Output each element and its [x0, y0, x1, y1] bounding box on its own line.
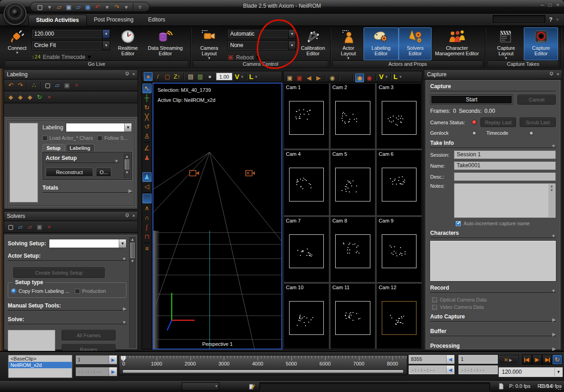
collapse-icon[interactable]: ▼ [551, 288, 556, 293]
characters-list[interactable] [430, 241, 556, 281]
go-to-end-button[interactable]: ▶ [542, 355, 552, 365]
lamp-tool-icon[interactable] [142, 194, 152, 203]
auto-increment-checkbox[interactable] [456, 221, 461, 226]
close-button[interactable]: × [556, 2, 559, 8]
description-input[interactable] [454, 172, 556, 181]
color-pages-icon[interactable]: ▥ [196, 72, 205, 81]
label-forward-icon[interactable]: ↷ [16, 81, 25, 90]
search-input[interactable] [493, 15, 545, 23]
current-timecode-field[interactable]: -:-:-:-- [459, 366, 498, 374]
s-curve-tool-icon[interactable]: ∫ [142, 222, 152, 232]
joint-tool-icon[interactable]: ∠ [142, 143, 152, 153]
peak-curve-tool-icon[interactable]: ∧ [142, 203, 152, 213]
camera-view-2[interactable]: Cam 2 [330, 83, 376, 149]
open-solver-icon[interactable]: ▱ [16, 222, 25, 231]
collapse-icon[interactable]: ▼ [122, 320, 127, 325]
labeling-editor-button[interactable]: Labeling Editor [364, 27, 399, 60]
clip-item[interactable]: NeilROM_x2d [9, 362, 72, 368]
character-management-editor-button[interactable]: Character Management Editor [432, 27, 482, 60]
spin-right-icon[interactable]: ▶ [109, 367, 117, 376]
labeling-setup-combo[interactable]: ▼ [66, 123, 132, 132]
cancel-capture-button[interactable]: Cancel [517, 95, 556, 105]
ribbon-collapse-icon[interactable]: ▿ [556, 17, 559, 22]
actor-group-tool-icon[interactable]: ♟ [142, 172, 152, 182]
play-button[interactable]: ▶ [532, 355, 542, 365]
data-streaming-editor-button[interactable]: Data Streaming Editor [143, 27, 188, 60]
tab-setup[interactable]: Setup [42, 144, 65, 152]
pin-icon[interactable] [549, 72, 553, 76]
options-button[interactable]: O... [96, 167, 111, 177]
fit-combo[interactable]: Circle Fit ▾ [32, 41, 110, 50]
resize-grip[interactable] [558, 386, 562, 390]
close-panel-icon[interactable]: × [132, 213, 135, 218]
camera-mode-combo[interactable]: Automatic ▾ [227, 29, 296, 39]
camera-layout-button[interactable]: Camera Layout ▾ [194, 27, 225, 60]
bone-tool-icon[interactable]: / [153, 72, 162, 81]
timecode-field[interactable]: -:-:-:-- ▶ [75, 367, 117, 376]
camera-view-7[interactable]: Cam 7 [284, 217, 329, 282]
camera-next-icon[interactable]: ▶ [314, 74, 323, 82]
spin-left-icon[interactable]: ◀ [446, 366, 454, 374]
create-solving-setup-button[interactable]: Create Solving Setup [13, 267, 105, 278]
optical-camera-data-checkbox[interactable] [432, 297, 437, 302]
connect-button[interactable]: Connect ▾ [5, 27, 29, 60]
camera-secondary-combo[interactable]: None ▾ [227, 41, 296, 50]
rate-dropdown-icon[interactable]: ▼ [554, 368, 562, 376]
step-curve-tool-icon[interactable]: ⊓ [142, 232, 152, 242]
production-checkbox[interactable] [75, 289, 80, 294]
loop-button[interactable]: ↻ [552, 355, 562, 365]
delete-solver-icon[interactable]: × [45, 222, 53, 231]
status-dropdown[interactable] [182, 382, 219, 391]
prism-tool-icon[interactable]: ◁ [142, 182, 152, 191]
camera-view-10[interactable]: Cam 10 [284, 283, 329, 349]
open-remove-solver-icon[interactable]: ▱ [26, 222, 34, 231]
labeling-setup-dropdown-icon[interactable]: ▼ [124, 123, 132, 132]
pin-view-icon[interactable]: ◉ [328, 74, 337, 82]
tab-editors[interactable]: Editors [141, 15, 172, 26]
actor-setup-scrollbar[interactable]: ▲▼ [124, 154, 130, 178]
marker-cloud-icon[interactable]: ∴ [30, 81, 38, 90]
view-mode-button[interactable]: V▾ [235, 73, 243, 80]
solving-setup-dropdown-icon[interactable]: ▼ [119, 239, 126, 248]
open-setup-icon[interactable]: ▱ [53, 81, 62, 90]
solving-setup-combo[interactable]: ▼ [49, 239, 127, 248]
channel-list-tool-icon[interactable]: ≡ [142, 244, 152, 254]
help-button[interactable]: ? [549, 16, 553, 23]
realtime-editor-button[interactable]: Realtime Editor [113, 27, 143, 60]
go-to-start-button[interactable]: ◀ [522, 355, 532, 365]
selection-box-icon[interactable]: ▢ [163, 72, 172, 81]
collapse-icon[interactable]: ▼ [122, 256, 127, 261]
camera-prev-icon[interactable]: ◀ [305, 74, 313, 82]
close-panel-icon[interactable]: × [132, 71, 135, 77]
frame-number-field[interactable]: 1 ▶ [75, 355, 117, 365]
camera-view-3[interactable]: Cam 3 [376, 83, 422, 149]
pin-icon[interactable] [125, 72, 129, 76]
tab-studio-activities[interactable]: Studio Activities [28, 15, 87, 26]
video-camera-data-checkbox[interactable] [432, 305, 437, 310]
camera-red-icon[interactable]: ▣ [295, 74, 304, 82]
end-timecode-field[interactable]: -:-:-:-- ◀ [409, 366, 454, 374]
clip-list[interactable]: <BaseClip>NeilROM_x2d [8, 355, 72, 378]
camera-view-mode-button[interactable]: V▾ [379, 73, 388, 80]
sphere-shading-icon[interactable]: ● [206, 72, 214, 81]
new-solver-icon[interactable]: ▢ [6, 222, 15, 231]
pin-icon[interactable] [125, 213, 129, 218]
marker-red-view-icon[interactable]: ◉ [365, 74, 374, 82]
timeline-ruler[interactable]: 010002000300040005000600070008000 [119, 355, 407, 375]
collapse-icon[interactable]: ▼ [551, 143, 556, 148]
camera-view-9[interactable]: Cam 9 [376, 217, 422, 282]
relabel-icon[interactable]: ↻ [35, 93, 44, 101]
take-name-input[interactable]: Take0001 [454, 161, 556, 170]
solvers-editor-button[interactable]: Solvers Editor [399, 27, 432, 60]
tab-labeling[interactable]: Labeling [66, 144, 95, 152]
scene-camera-icon[interactable] [245, 169, 256, 177]
actor-layout-button[interactable]: Actor Layout ▾ [333, 27, 364, 60]
expand-icon[interactable]: ▶ [552, 317, 556, 322]
camera-mode-dropdown-icon[interactable]: ▾ [288, 30, 295, 38]
notes-scrollbar[interactable]: ▲▼ [548, 184, 555, 217]
actor-tool-icon[interactable]: ♙ [142, 132, 152, 141]
expand-icon[interactable]: ▶ [123, 306, 127, 311]
layout-mode-button[interactable]: L▾ [249, 73, 258, 80]
spin-right-icon[interactable]: ▶ [109, 355, 117, 364]
save-solver-icon[interactable]: ▣ [35, 222, 44, 231]
